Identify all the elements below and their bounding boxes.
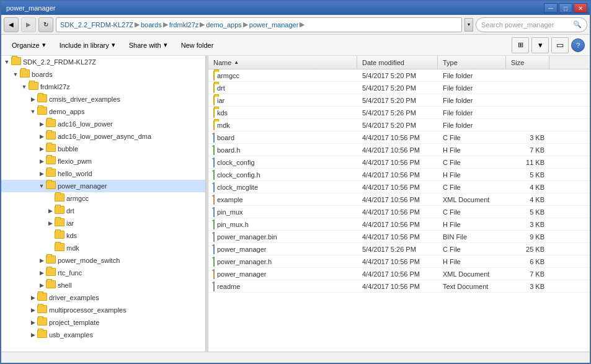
- file-row[interactable]: pin_mux.h4/4/2017 10:56 PMH File3 KB: [208, 218, 590, 231]
- tree-toggle-icon[interactable]: ▼: [2, 58, 11, 66]
- tree-item-label: kds: [66, 232, 77, 239]
- maximize-button[interactable]: □: [559, 3, 572, 13]
- tree-toggle-icon[interactable]: ▼: [29, 107, 37, 116]
- tree-item-label: usb_examples: [49, 331, 93, 339]
- tree-toggle-icon[interactable]: ▶: [37, 281, 46, 290]
- file-size: 5 KB: [506, 171, 549, 179]
- tree-item[interactable]: ▶driver_examples: [1, 291, 205, 304]
- file-type: File folder: [438, 122, 506, 129]
- back-button[interactable]: ◀: [4, 17, 19, 32]
- file-row[interactable]: drt5/4/2017 5:20 PMFile folder: [208, 82, 590, 94]
- file-type: File folder: [438, 97, 506, 104]
- tree-toggle-icon[interactable]: ▶: [29, 95, 37, 104]
- tree-toggle-icon[interactable]: ▶: [37, 144, 46, 153]
- tree-item[interactable]: kds: [1, 229, 205, 242]
- tree-toggle-icon[interactable]: ▶: [29, 331, 37, 339]
- view-button[interactable]: ⊞: [512, 37, 529, 53]
- file-row[interactable]: board.h4/4/2017 10:56 PMH File7 KB: [208, 144, 590, 156]
- file-panel: Name ▲ Date modified Type Size armgcc5/4…: [208, 56, 590, 352]
- file-row[interactable]: iar5/4/2017 5:20 PMFile folder: [208, 94, 590, 107]
- preview-pane-button[interactable]: ▭: [551, 37, 569, 53]
- folder-icon: [46, 255, 56, 265]
- file-name-label: power_manager: [217, 246, 267, 253]
- file-type: C File: [438, 134, 506, 141]
- close-button[interactable]: ✕: [574, 3, 587, 13]
- tree-item[interactable]: ▶shell: [1, 279, 205, 291]
- breadcrumb-item-boards[interactable]: boards: [141, 21, 162, 29]
- tree-toggle-icon[interactable]: ▶: [29, 293, 37, 302]
- tree-toggle-icon[interactable]: ▼: [20, 82, 29, 91]
- file-row[interactable]: board4/4/2017 10:56 PMC File3 KB: [208, 131, 590, 144]
- forward-button[interactable]: ▶: [21, 17, 36, 32]
- tree-item[interactable]: ▼boards: [1, 68, 205, 81]
- tree-item[interactable]: ▼SDK_2.2_FRDM-KL27Z: [1, 56, 205, 68]
- file-row[interactable]: armgcc5/4/2017 5:20 PMFile folder: [208, 69, 590, 82]
- new-folder-button[interactable]: New folder: [176, 37, 220, 53]
- breadcrumb-item-demo-apps[interactable]: demo_apps: [206, 21, 242, 29]
- include-in-library-button[interactable]: Include in library ▾: [54, 37, 121, 53]
- column-header-date[interactable]: Date modified: [357, 56, 438, 69]
- breadcrumb-dropdown[interactable]: ▾: [464, 18, 473, 32]
- column-header-name[interactable]: Name ▲: [208, 56, 357, 69]
- file-row[interactable]: pin_mux4/4/2017 10:56 PMC File5 KB: [208, 206, 590, 218]
- tree-item[interactable]: ▼frdmkl27z: [1, 81, 205, 93]
- tree-item[interactable]: ▶multiprocessor_examples: [1, 304, 205, 316]
- file-size: 7 KB: [506, 146, 549, 154]
- tree-toggle-icon[interactable]: ▼: [37, 182, 46, 190]
- refresh-button[interactable]: ↻: [38, 17, 53, 32]
- tree-toggle-icon[interactable]: ▶: [29, 306, 37, 314]
- h-file-icon: [213, 220, 215, 229]
- tree-toggle-icon[interactable]: ▶: [46, 219, 55, 228]
- tree-item[interactable]: ▶hello_world: [1, 167, 205, 180]
- tree-toggle-icon[interactable]: ▶: [37, 132, 46, 141]
- minimize-button[interactable]: ─: [544, 3, 558, 13]
- breadcrumb-item-power-manager[interactable]: power_manager: [249, 21, 299, 29]
- search-bar[interactable]: Search power_manager 🔍: [476, 17, 587, 32]
- breadcrumb[interactable]: SDK_2.2_FRDM-KL27Z ▶ boards ▶ frdmkl27z …: [56, 17, 462, 32]
- tree-item[interactable]: ▶cmsis_driver_examples: [1, 93, 205, 105]
- tree-item[interactable]: ▼power_manager: [1, 180, 205, 192]
- file-row[interactable]: clock_config.h4/4/2017 10:56 PMH File5 K…: [208, 169, 590, 181]
- tree-item[interactable]: ▶drt: [1, 205, 205, 217]
- folder-icon: [37, 107, 47, 117]
- view-dropdown-button[interactable]: ▾: [531, 37, 549, 53]
- file-row[interactable]: example4/4/2017 10:56 PMXML Document4 KB: [208, 193, 590, 206]
- tree-toggle-icon[interactable]: ▶: [37, 120, 46, 128]
- tree-item[interactable]: ▶adc16_low_power_async_dma: [1, 130, 205, 143]
- tree-item[interactable]: ▶adc16_low_power: [1, 118, 205, 130]
- help-button[interactable]: ?: [571, 38, 585, 52]
- tree-item[interactable]: ▶project_template: [1, 316, 205, 329]
- file-row[interactable]: readme4/4/2017 10:56 PMText Document3 KB: [208, 280, 590, 293]
- tree-toggle-icon[interactable]: ▶: [37, 256, 46, 265]
- share-with-button[interactable]: Share with ▾: [123, 37, 173, 53]
- tree-toggle-icon: [46, 231, 55, 240]
- file-row[interactable]: power_manager.h4/4/2017 10:56 PMH File6 …: [208, 255, 590, 268]
- tree-toggle-icon[interactable]: ▶: [37, 157, 46, 166]
- file-row[interactable]: power_manager.bin4/4/2017 10:56 PMBIN Fi…: [208, 231, 590, 243]
- tree-item[interactable]: mdk: [1, 242, 205, 254]
- file-row[interactable]: clock_config4/4/2017 10:56 PMC File11 KB: [208, 156, 590, 169]
- tree-item[interactable]: ▶power_mode_switch: [1, 254, 205, 267]
- file-row[interactable]: clock_mcglite4/4/2017 10:56 PMC File4 KB: [208, 181, 590, 193]
- tree-toggle-icon[interactable]: ▶: [29, 318, 37, 327]
- tree-item[interactable]: ▶usb_examples: [1, 329, 205, 341]
- breadcrumb-item-sdk[interactable]: SDK_2.2_FRDM-KL27Z: [60, 21, 133, 29]
- tree-item[interactable]: ▼demo_apps: [1, 105, 205, 118]
- organize-button[interactable]: Organize ▾: [6, 37, 51, 53]
- file-row[interactable]: power_manager5/4/2017 5:26 PMC File25 KB: [208, 243, 590, 255]
- tree-toggle-icon[interactable]: ▶: [37, 269, 46, 277]
- tree-item[interactable]: armgcc: [1, 192, 205, 205]
- tree-toggle-icon[interactable]: ▶: [37, 169, 46, 178]
- column-header-type[interactable]: Type: [438, 56, 506, 69]
- file-row[interactable]: kds5/4/2017 5:26 PMFile folder: [208, 107, 590, 119]
- tree-item[interactable]: ▶rtc_func: [1, 267, 205, 279]
- breadcrumb-item-frdmkl27z[interactable]: frdmkl27z: [169, 21, 199, 29]
- tree-item[interactable]: ▶iar: [1, 217, 205, 229]
- file-row[interactable]: mdk5/4/2017 5:20 PMFile folder: [208, 119, 590, 131]
- tree-item[interactable]: ▶flexio_pwm: [1, 155, 205, 167]
- tree-toggle-icon[interactable]: ▶: [46, 206, 55, 215]
- column-header-size[interactable]: Size: [506, 56, 549, 69]
- tree-item[interactable]: ▶bubble: [1, 143, 205, 155]
- file-row[interactable]: power_manager4/4/2017 10:56 PMXML Docume…: [208, 268, 590, 280]
- tree-toggle-icon[interactable]: ▼: [11, 70, 20, 79]
